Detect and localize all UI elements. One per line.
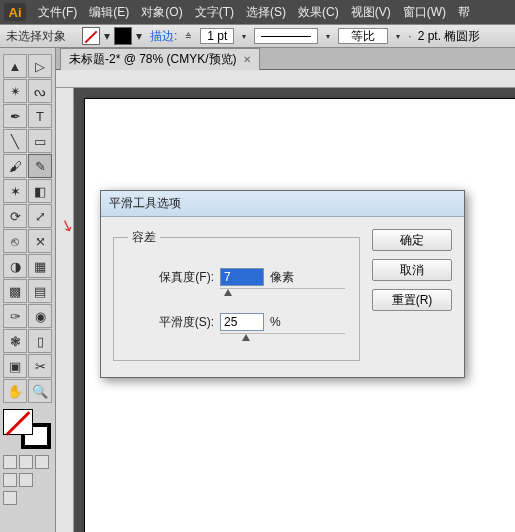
fidelity-input[interactable]	[220, 268, 264, 286]
gradient-mode-btn[interactable]	[19, 455, 33, 469]
none-mode-btn[interactable]	[35, 455, 49, 469]
options-bar: 未选择对象 ▾ ▾ 描边: ≙ ▾ ▾ 等比 ▾ · 2 pt. 椭圆形	[0, 24, 515, 48]
line-tool[interactable]: ╲	[3, 129, 27, 153]
menu-object[interactable]: 对象(O)	[135, 4, 188, 21]
no-selection-label: 未选择对象	[6, 28, 66, 45]
tolerance-legend: 容差	[128, 229, 160, 246]
fill-color-box[interactable]	[3, 409, 33, 435]
stroke-stepper[interactable]: ≙	[183, 32, 194, 41]
fidelity-slider[interactable]	[224, 291, 345, 299]
stroke-style-dropdown[interactable]	[254, 28, 318, 44]
zoom-tool[interactable]: 🔍	[28, 379, 52, 403]
ruler-vertical[interactable]	[56, 88, 74, 532]
brush-preset-label: ·	[408, 29, 411, 43]
rectangle-tool[interactable]: ▭	[28, 129, 52, 153]
paintbrush-tool[interactable]: 🖌	[3, 154, 27, 178]
fidelity-label: 保真度(F):	[128, 269, 214, 286]
screen-mode-2[interactable]	[19, 473, 33, 487]
rotate-tool[interactable]: ⟳	[3, 204, 27, 228]
menu-effect[interactable]: 效果(C)	[292, 4, 345, 21]
free-transform-tool[interactable]: ⤧	[28, 229, 52, 253]
menu-select[interactable]: 选择(S)	[240, 4, 292, 21]
blob-brush-tool[interactable]: ✶	[3, 179, 27, 203]
stroke-swatch[interactable]	[114, 27, 132, 45]
menu-type[interactable]: 文字(T)	[189, 4, 240, 21]
scale-tool[interactable]: ⤢	[28, 204, 52, 228]
shape-builder-tool[interactable]: ◑	[3, 254, 27, 278]
lasso-tool[interactable]: ᔓ	[28, 79, 52, 103]
fill-swatch[interactable]	[82, 27, 100, 45]
slice-tool[interactable]: ✂	[28, 354, 52, 378]
smoothness-slider[interactable]	[224, 336, 345, 344]
color-mode-btn[interactable]	[3, 455, 17, 469]
selection-tool[interactable]: ▲	[3, 54, 27, 78]
close-tab-icon[interactable]: ✕	[243, 54, 251, 65]
ratio-dropdown[interactable]: 等比	[338, 28, 388, 44]
hand-tool[interactable]: ✋	[3, 379, 27, 403]
artboard-tool[interactable]: ▣	[3, 354, 27, 378]
perspective-tool[interactable]: ▦	[28, 254, 52, 278]
menu-window[interactable]: 窗口(W)	[397, 4, 452, 21]
cancel-button[interactable]: 取消	[372, 259, 452, 281]
smoothness-input[interactable]	[220, 313, 264, 331]
menu-help[interactable]: 帮	[452, 4, 476, 21]
tolerance-group: 容差 保真度(F): 像素 平滑度(S): %	[113, 229, 360, 361]
magic-wand-tool[interactable]: ✴	[3, 79, 27, 103]
blend-tool[interactable]: ◉	[28, 304, 52, 328]
screen-mode-3[interactable]	[3, 491, 17, 505]
screen-mode-1[interactable]	[3, 473, 17, 487]
dialog-title: 平滑工具选项	[109, 195, 181, 212]
fidelity-unit: 像素	[270, 269, 300, 286]
document-tab-title: 未标题-2* @ 78% (CMYK/预览)	[69, 51, 237, 68]
menu-view[interactable]: 视图(V)	[345, 4, 397, 21]
smoothness-unit: %	[270, 315, 300, 329]
document-tab[interactable]: 未标题-2* @ 78% (CMYK/预览) ✕	[60, 48, 260, 70]
pencil-tool[interactable]: ✎	[28, 154, 52, 178]
symbol-sprayer-tool[interactable]: ❃	[3, 329, 27, 353]
mesh-tool[interactable]: ▩	[3, 279, 27, 303]
menu-file[interactable]: 文件(F)	[32, 4, 83, 21]
menu-edit[interactable]: 编辑(E)	[83, 4, 135, 21]
fill-stroke-swatches[interactable]: ▾ ▾	[82, 27, 144, 45]
stroke-weight-input[interactable]	[200, 28, 234, 44]
width-tool[interactable]: ⎋	[3, 229, 27, 253]
app-logo: Ai	[4, 3, 26, 21]
dialog-titlebar[interactable]: 平滑工具选项	[101, 191, 464, 217]
menu-bar: Ai 文件(F) 编辑(E) 对象(O) 文字(T) 选择(S) 效果(C) 视…	[0, 0, 515, 24]
fill-stroke-indicator[interactable]	[3, 409, 51, 449]
eraser-tool[interactable]: ◧	[28, 179, 52, 203]
pen-tool[interactable]: ✒	[3, 104, 27, 128]
smoothness-label: 平滑度(S):	[128, 314, 214, 331]
smooth-tool-options-dialog: 平滑工具选项 容差 保真度(F): 像素 平滑度(S): %	[100, 190, 465, 378]
graph-tool[interactable]: ▯	[28, 329, 52, 353]
gradient-tool[interactable]: ▤	[28, 279, 52, 303]
direct-selection-tool[interactable]: ▷	[28, 54, 52, 78]
ruler-horizontal[interactable]	[56, 70, 515, 88]
eyedropper-tool[interactable]: ✑	[3, 304, 27, 328]
document-tab-strip: 未标题-2* @ 78% (CMYK/预览) ✕	[56, 48, 515, 70]
toolbox: ▲ ▷ ✴ ᔓ ✒ T ╲ ▭ 🖌 ✎ ✶ ◧ ⟳ ⤢ ⎋ ⤧ ◑ ▦ ▩ ▤ …	[0, 48, 56, 532]
ok-button[interactable]: 确定	[372, 229, 452, 251]
stroke-label: 描边:	[150, 28, 177, 45]
brush-name: 2 pt. 椭圆形	[418, 28, 481, 45]
reset-button[interactable]: 重置(R)	[372, 289, 452, 311]
type-tool[interactable]: T	[28, 104, 52, 128]
